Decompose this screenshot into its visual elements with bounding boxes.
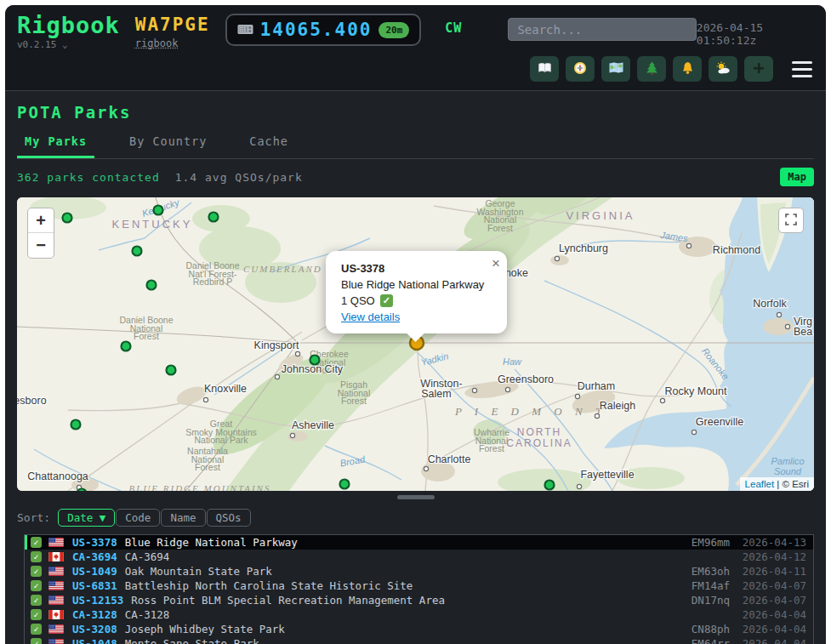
- callsign-sublink[interactable]: rigbook: [135, 37, 179, 49]
- map-toggle-button[interactable]: Map: [780, 168, 814, 186]
- alerts-button[interactable]: [673, 56, 702, 82]
- map-city-label: Richmond: [713, 244, 760, 256]
- compass-button[interactable]: [566, 56, 595, 82]
- country-flag-icon-us: [48, 624, 64, 634]
- park-row[interactable]: ✓US-6831Battleship North Carolina State …: [25, 578, 813, 593]
- popup-view-details-link[interactable]: View details: [341, 311, 400, 323]
- park-name: CA-3694: [125, 550, 170, 563]
- header-toolbar: [17, 56, 814, 90]
- map-region-label: CAROLINA: [506, 437, 572, 449]
- zoom-in-button[interactable]: +: [28, 208, 54, 233]
- park-marker[interactable]: [167, 366, 176, 375]
- bell-icon: [681, 61, 694, 77]
- sun-cloud-icon: [715, 61, 731, 77]
- park-row[interactable]: ✓US-3208Joseph Whidbey State ParkCN88ph2…: [25, 622, 813, 636]
- popup-close-button[interactable]: ×: [492, 255, 500, 272]
- attribution-separator: |: [774, 479, 782, 489]
- map-city-dot: [472, 388, 476, 392]
- map-city-label: Fayetteville: [580, 469, 634, 481]
- operator-callsign: WA7PGE: [135, 14, 210, 35]
- park-code: US-1048: [72, 637, 117, 644]
- sort-label: Sort:: [17, 511, 50, 524]
- park-marker[interactable]: [310, 356, 320, 365]
- map-city-dot: [785, 324, 789, 328]
- popup-qso-count: 1 QSO: [341, 294, 375, 307]
- map-canvas[interactable]: KENTUCKYVIRGINIANORTHCAROLINACUMBERLAND …: [17, 197, 814, 491]
- sort-button-name[interactable]: Name: [161, 509, 205, 527]
- map-city-dot: [575, 394, 579, 398]
- app-logo[interactable]: Rigbook: [17, 12, 120, 38]
- park-row[interactable]: ✓CA-3128CA-31282026-04-04: [25, 607, 813, 622]
- park-last-date: 2026-04-13: [730, 536, 806, 549]
- weather-button[interactable]: [709, 56, 737, 82]
- contacted-check-icon: ✓: [31, 638, 42, 644]
- tab-bar: My Parks By Country Cache: [17, 130, 814, 159]
- park-marker[interactable]: [340, 480, 350, 489]
- map-region-label: NORTH: [517, 426, 561, 438]
- park-row[interactable]: ✓US-12153Ross Point BLM Special Recreati…: [25, 593, 813, 607]
- country-flag-icon-ca: [48, 610, 64, 619]
- map-forest-label: Forest: [487, 223, 513, 233]
- tree-icon: [646, 61, 658, 77]
- park-name: Ross Point BLM Special Recreation Manage…: [131, 594, 445, 607]
- park-last-date: 2026-04-04: [730, 623, 806, 635]
- park-code: CA-3694: [72, 550, 117, 563]
- map-city-label: Rocky Mount: [665, 385, 727, 397]
- parks-button[interactable]: [637, 56, 666, 82]
- map-city-label: Greensboro: [498, 373, 554, 385]
- fullscreen-button[interactable]: [778, 208, 804, 233]
- map-forest-label: Redbird P: [193, 276, 233, 287]
- country-flag-icon-us: [48, 639, 64, 644]
- map-city-dot: [555, 256, 559, 260]
- search-input[interactable]: [508, 18, 696, 41]
- mode-indicator: CW: [445, 20, 462, 36]
- leaflet-link[interactable]: Leaflet: [745, 479, 775, 489]
- sort-button-qsos[interactable]: QSOs: [207, 509, 251, 527]
- map-zoom-control: + −: [27, 208, 54, 259]
- tab-my-parks[interactable]: My Parks: [17, 130, 94, 158]
- contacted-check-icon: ✓: [31, 580, 42, 591]
- park-marker[interactable]: [71, 420, 81, 430]
- zoom-out-button[interactable]: −: [28, 233, 54, 258]
- park-row[interactable]: ✓US-1049Oak Mountain State ParkEM63oh202…: [25, 564, 813, 578]
- park-row[interactable]: ✓US-3378Blue Ridge National ParkwayEM96m…: [25, 535, 813, 550]
- sort-button-date[interactable]: Date ▼: [58, 509, 115, 527]
- frequency-display[interactable]: 14065.400 20m: [225, 14, 422, 46]
- parks-map[interactable]: KENTUCKYVIRGINIANORTHCAROLINACUMBERLAND …: [17, 197, 814, 491]
- park-marker[interactable]: [545, 481, 555, 490]
- tab-by-country[interactable]: By Country: [122, 130, 214, 158]
- map-resize-handle[interactable]: [397, 495, 435, 499]
- map-city-dot: [290, 433, 294, 437]
- park-marker[interactable]: [133, 247, 142, 256]
- esri-credit: © Esri: [783, 479, 809, 489]
- park-marker[interactable]: [147, 281, 157, 290]
- country-flag-icon-ca: [48, 552, 64, 561]
- park-marker[interactable]: [122, 342, 131, 351]
- radio-icon: [237, 22, 253, 38]
- map-region-label: KENTUCKY: [112, 218, 193, 231]
- map-forest-label: Forest: [341, 396, 367, 406]
- logbook-button[interactable]: [530, 56, 559, 82]
- hamburger-icon: [792, 61, 812, 64]
- park-marker[interactable]: [63, 214, 72, 223]
- park-grid-square: FM14af: [680, 579, 730, 592]
- map-water-label: Pamlico: [771, 456, 804, 466]
- tab-cache[interactable]: Cache: [242, 130, 296, 158]
- park-name: Joseph Whidbey State Park: [125, 623, 285, 635]
- parks-contacted-stat: 362 parks contacted: [17, 171, 160, 184]
- logo-block[interactable]: Rigbook v0.2.15 ⌄: [17, 12, 120, 50]
- park-marker[interactable]: [209, 213, 219, 222]
- add-button[interactable]: [744, 56, 773, 82]
- sort-button-code[interactable]: Code: [116, 509, 160, 527]
- contacted-check-icon: ✓: [31, 566, 42, 577]
- app-header: Rigbook v0.2.15 ⌄ WA7PGE rigbook 14065.4…: [5, 5, 826, 91]
- park-marker[interactable]: [77, 489, 87, 492]
- park-grid-square: DN17nq: [680, 594, 730, 607]
- park-row[interactable]: ✓US-1048Monte Sano State ParkEM64rr2026-…: [25, 636, 813, 644]
- band-badge: 20m: [379, 22, 409, 38]
- park-marker[interactable]: [154, 206, 163, 215]
- hamburger-menu-button[interactable]: [790, 60, 814, 79]
- map-city-label: Raleigh: [600, 400, 635, 412]
- park-row[interactable]: ✓CA-3694CA-36942026-04-12: [25, 550, 813, 564]
- world-map-button[interactable]: [601, 56, 630, 82]
